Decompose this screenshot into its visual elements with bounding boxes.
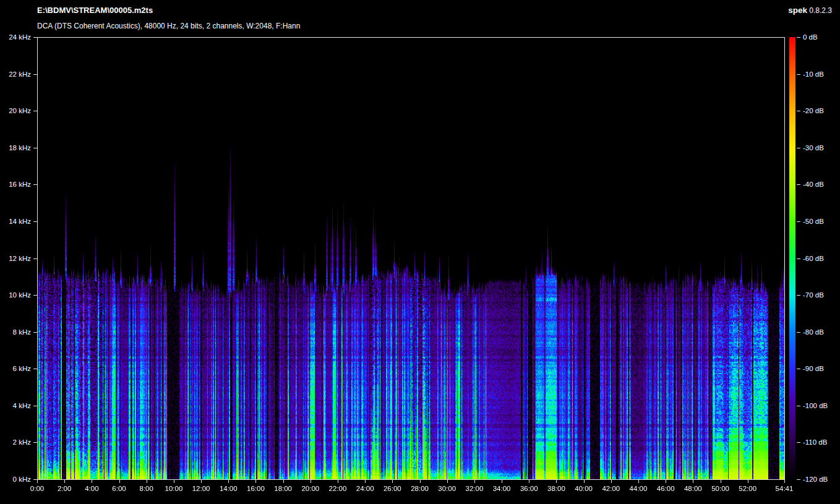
freq-tick	[33, 332, 37, 333]
freq-tick-label: 20 kHz	[0, 106, 31, 115]
freq-tick-label: 2 kHz	[0, 438, 31, 446]
db-tick-label: -110 dB	[803, 438, 827, 446]
time-tick	[283, 480, 284, 483]
time-tick	[748, 480, 748, 483]
freq-tick-label: 8 kHz	[0, 328, 31, 336]
db-tick-label: -40 dB	[803, 180, 824, 189]
freq-tick-label: 6 kHz	[0, 364, 31, 373]
time-tick	[174, 480, 174, 483]
time-tick	[584, 480, 585, 483]
freq-tick	[33, 184, 37, 185]
time-tick	[311, 480, 311, 483]
time-tick-label: 52:00	[729, 484, 766, 493]
db-tick-label: -100 dB	[803, 401, 828, 410]
db-tick-label: -70 dB	[803, 291, 824, 299]
db-tick-label: -10 dB	[803, 70, 824, 79]
time-tick	[255, 480, 256, 483]
freq-tick	[33, 111, 37, 111]
freq-tick-label: 24 kHz	[0, 33, 31, 41]
db-tick	[797, 111, 800, 111]
time-tick	[392, 480, 393, 483]
time-tick	[721, 480, 721, 483]
freq-tick-label: 16 kHz	[0, 180, 31, 189]
db-tick-label: -90 dB	[803, 364, 824, 373]
db-tick	[797, 37, 800, 38]
spek-window: E:\BDMV\STREAM\00005.m2ts DCA (DTS Coher…	[0, 0, 840, 504]
freq-tick	[33, 37, 37, 38]
time-tick	[638, 480, 639, 483]
freq-tick-label: 18 kHz	[0, 143, 31, 152]
db-tick-label: 0 dB	[803, 33, 818, 41]
db-tick-label: -20 dB	[803, 106, 824, 115]
freq-tick	[33, 221, 37, 222]
app-name: spek	[788, 6, 807, 15]
db-tick	[797, 258, 800, 259]
time-tick	[119, 480, 120, 483]
time-tick	[365, 480, 366, 483]
time-end-tick	[784, 480, 785, 483]
plot-border	[37, 37, 785, 480]
db-tick	[797, 184, 800, 185]
time-tick	[338, 480, 338, 483]
time-tick	[666, 480, 666, 483]
db-tick	[797, 74, 800, 75]
freq-tick	[33, 258, 37, 259]
db-tick-label: -80 dB	[803, 328, 824, 336]
db-tick	[797, 332, 800, 333]
freq-tick-label: 10 kHz	[0, 291, 31, 299]
db-tick	[797, 442, 800, 443]
audio-info-subtitle: DCA (DTS Coherent Acoustics), 48000 Hz, …	[37, 22, 300, 30]
freq-tick-label: 14 kHz	[0, 217, 31, 226]
time-end-label: 54:41	[766, 484, 803, 493]
freq-tick-label: 4 kHz	[0, 401, 31, 410]
time-tick	[37, 480, 38, 483]
time-tick	[556, 480, 557, 483]
db-tick	[797, 406, 800, 406]
time-tick	[474, 480, 475, 483]
app-version: 0.8.2.3	[809, 6, 832, 15]
colorbar-gradient	[789, 37, 795, 480]
db-tick	[797, 148, 800, 148]
db-tick-label: -50 dB	[803, 217, 824, 226]
time-tick	[64, 480, 65, 483]
freq-tick	[33, 442, 37, 443]
time-tick	[611, 480, 612, 483]
freq-tick	[33, 369, 37, 369]
freq-tick	[33, 406, 37, 406]
db-tick-label: -120 dB	[803, 475, 828, 484]
db-tick	[797, 479, 800, 480]
time-tick	[92, 480, 92, 483]
freq-tick	[33, 148, 37, 148]
freq-tick-label: 22 kHz	[0, 70, 31, 79]
file-path-title: E:\BDMV\STREAM\00005.m2ts	[37, 6, 153, 15]
time-tick	[147, 480, 147, 483]
freq-tick-label: 0 kHz	[0, 475, 31, 484]
db-tick	[797, 369, 800, 369]
db-tick	[797, 295, 800, 296]
freq-tick	[33, 74, 37, 75]
db-tick-label: -30 dB	[803, 143, 824, 152]
time-tick	[420, 480, 421, 483]
db-tick	[797, 221, 800, 222]
time-tick	[529, 480, 529, 483]
app-logo: spek 0.8.2.3	[788, 6, 832, 15]
db-tick-label: -60 dB	[803, 254, 824, 263]
time-tick	[201, 480, 202, 483]
time-tick	[228, 480, 229, 483]
freq-tick-label: 12 kHz	[0, 254, 31, 263]
time-tick	[693, 480, 693, 483]
freq-tick	[33, 295, 37, 296]
time-tick	[502, 480, 502, 483]
time-tick	[447, 480, 448, 483]
